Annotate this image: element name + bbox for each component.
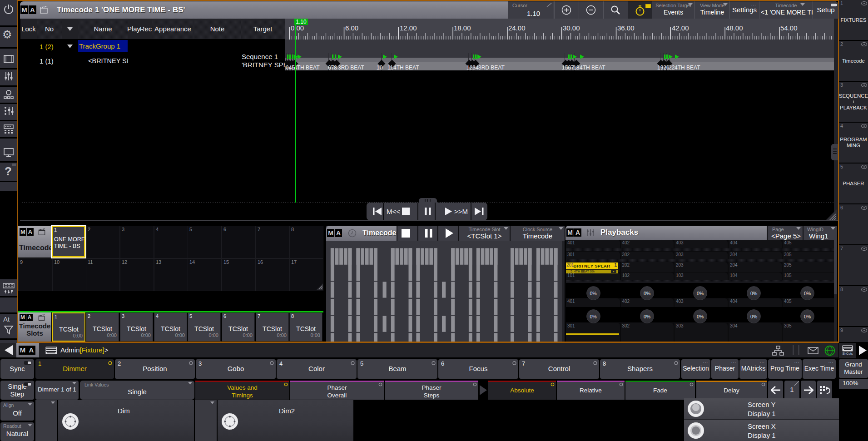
svg-text:11: 11 [387, 64, 393, 71]
svg-text:>>M: >>M [454, 208, 468, 215]
svg-text:1920: 1920 [657, 64, 670, 71]
svg-text:4TH BEAT: 4TH BEAT [675, 64, 700, 71]
svg-text:1567: 1567 [562, 64, 574, 71]
svg-text:10: 10 [377, 64, 383, 71]
svg-text:4TH BEAT: 4TH BEAT [580, 64, 605, 71]
svg-text:4TH BEAT: 4TH BEAT [393, 64, 419, 71]
svg-text:22: 22 [669, 64, 675, 71]
svg-text:3RD BEAT: 3RD BEAT [478, 64, 505, 71]
svg-text:678: 678 [328, 64, 337, 71]
svg-text:M<<: M<< [387, 208, 400, 215]
svg-text:3RD BEAT: 3RD BEAT [338, 64, 364, 71]
svg-text:4TH BEAT: 4TH BEAT [294, 64, 320, 71]
svg-text:18: 18 [573, 64, 580, 71]
svg-text:1234: 1234 [466, 64, 479, 71]
